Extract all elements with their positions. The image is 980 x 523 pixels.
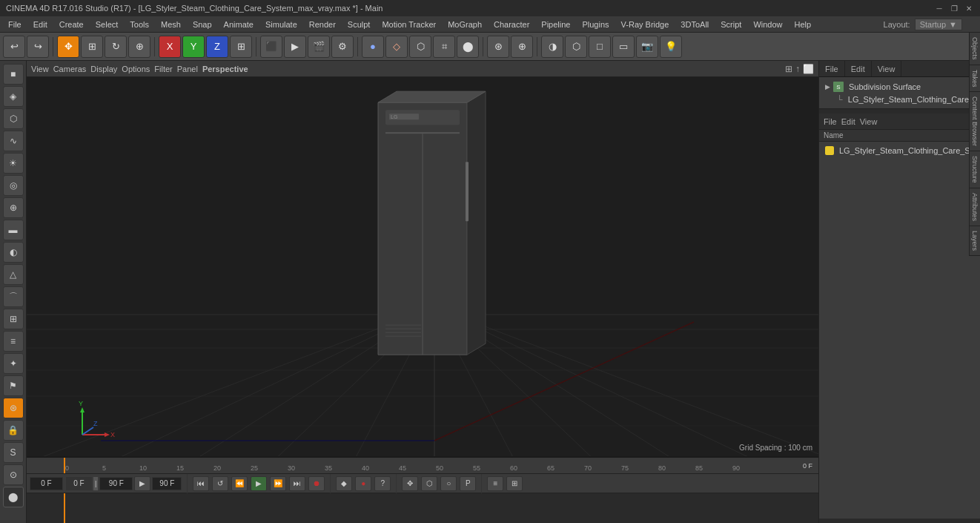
prev-frame-button[interactable]: ⏪ [231, 476, 248, 491]
viewport[interactable]: LG X [27, 77, 818, 456]
menu-create[interactable]: Create [54, 19, 89, 30]
viewport-icon1[interactable]: ⊞ [785, 64, 792, 74]
options-menu[interactable]: Options [122, 65, 150, 73]
tool-cube[interactable]: ■ [3, 64, 24, 85]
cameras-menu[interactable]: Cameras [53, 65, 87, 73]
tool-s[interactable]: S [3, 442, 24, 463]
timeline-view-button[interactable]: ≡ [487, 476, 503, 491]
tool-brush[interactable]: ⊙ [3, 464, 24, 485]
move-tool-button[interactable]: ✥ [57, 36, 79, 58]
z-axis-button[interactable]: Z [206, 36, 228, 58]
menu-vray[interactable]: V-Ray Bridge [616, 19, 675, 30]
vtab-layers[interactable]: Layers [969, 226, 980, 256]
panel-menu[interactable]: Panel [177, 65, 198, 73]
render-region-button[interactable]: ⬛ [260, 36, 282, 58]
go-start-button[interactable]: ⏮ [193, 476, 209, 491]
start-frame-input[interactable] [66, 477, 92, 490]
vtab-structure[interactable]: Structure [969, 151, 980, 188]
tool-floor[interactable]: ▬ [3, 220, 24, 240]
display-shaded-button[interactable]: ◑ [541, 36, 563, 58]
floor-button[interactable]: ▭ [612, 36, 635, 58]
menu-pipeline[interactable]: Pipeline [536, 19, 575, 30]
uvw-mode-button[interactable]: ⌗ [433, 36, 455, 58]
undo-button[interactable]: ↩ [3, 36, 25, 58]
scale-tool-button[interactable]: ⊞ [81, 36, 103, 58]
tool-sky[interactable]: ◐ [3, 242, 24, 263]
points-mode-button[interactable]: ● [362, 36, 384, 58]
loop-button[interactable]: ↺ [212, 476, 228, 491]
autokey-button[interactable]: ● [355, 476, 371, 491]
menu-edit[interactable]: Edit [28, 19, 53, 30]
rotate-tool-button[interactable]: ↻ [105, 36, 127, 58]
menu-help[interactable]: Help [789, 19, 817, 30]
tab-view[interactable]: View [872, 61, 902, 76]
menu-snap[interactable]: Snap [188, 19, 217, 30]
snap-settings-button[interactable]: ⊕ [511, 36, 533, 58]
transform-button[interactable]: ⊕ [128, 36, 150, 58]
object-tree-item[interactable]: LG_Styler_Steam_Clothing_Care_S [822, 145, 977, 157]
tool-subdiv[interactable]: ◈ [3, 86, 24, 107]
tool-joint[interactable]: ✦ [3, 353, 24, 374]
play-button[interactable]: ▶ [251, 476, 267, 491]
x-axis-button[interactable]: X [159, 36, 181, 58]
display-wire-button[interactable]: ⬡ [565, 36, 587, 58]
menu-tools[interactable]: Tools [125, 19, 154, 30]
close-button[interactable]: ✕ [964, 3, 974, 13]
menu-3dtoall[interactable]: 3DToAll [675, 19, 714, 30]
motion-button[interactable]: ○ [440, 476, 457, 491]
menu-animate[interactable]: Animate [219, 19, 259, 30]
sub-file-btn[interactable]: File [824, 117, 837, 126]
layer-button[interactable]: ⬡ [421, 476, 437, 491]
tool-align[interactable]: ≡ [3, 331, 24, 352]
restore-button[interactable]: ❐ [949, 3, 959, 13]
tool-prim[interactable]: △ [3, 264, 24, 285]
vtab-takes[interactable]: Takes [969, 65, 980, 93]
sub-view-btn[interactable]: View [860, 117, 878, 126]
menu-plugins[interactable]: Plugins [577, 19, 614, 30]
display-menu[interactable]: Display [90, 65, 117, 73]
tool-bend[interactable]: ⌒ [3, 286, 24, 307]
track-button[interactable]: ✥ [402, 476, 418, 491]
light-button[interactable]: 💡 [660, 36, 682, 58]
view-menu[interactable]: View [31, 65, 49, 73]
minimize-button[interactable]: ─ [934, 3, 944, 13]
tool-lock[interactable]: 🔒 [3, 420, 24, 441]
tool-cam[interactable]: ◎ [3, 175, 24, 196]
tool-light[interactable]: ☀ [3, 153, 24, 174]
frame-playback-input[interactable] [99, 477, 133, 490]
edges-mode-button[interactable]: ◇ [385, 36, 408, 58]
viewport-icon3[interactable]: ⬜ [803, 64, 814, 74]
tool-null[interactable]: ⊕ [3, 197, 24, 218]
set-range-button[interactable]: ▶ [134, 476, 150, 491]
pose-button[interactable]: P [460, 476, 476, 491]
sub-edit-btn[interactable]: Edit [841, 117, 855, 126]
object-name-item[interactable]: └ LG_Styler_Steam_Clothing_Care_ [822, 93, 977, 105]
tab-objects[interactable]: File [819, 61, 845, 76]
camera-button[interactable]: 📷 [636, 36, 658, 58]
record-button[interactable]: ⏺ [308, 476, 325, 491]
render-to-picture-button[interactable]: ▶ [284, 36, 306, 58]
menu-motion-tracker[interactable]: Motion Tracker [377, 19, 441, 30]
all-axis-button[interactable]: ⊞ [230, 36, 252, 58]
y-axis-button[interactable]: Y [182, 36, 205, 58]
menu-sculpt[interactable]: Sculpt [342, 19, 376, 30]
go-end-button[interactable]: ⏭ [289, 476, 305, 491]
snap-button[interactable]: ⊛ [487, 36, 509, 58]
tool-cloth[interactable]: ⬤ [3, 487, 24, 507]
timeline-track[interactable] [27, 493, 818, 523]
menu-script[interactable]: Script [715, 19, 746, 30]
viewport-icon2[interactable]: ↑ [795, 64, 800, 74]
menu-mesh[interactable]: Mesh [156, 19, 186, 30]
render-settings-button[interactable]: ⚙ [331, 36, 354, 58]
layout-dropdown[interactable]: Startup ▼ [915, 19, 962, 30]
tab-edit[interactable]: Edit [845, 61, 872, 76]
polygons-mode-button[interactable]: ⬡ [409, 36, 431, 58]
tool-spline[interactable]: ∿ [3, 131, 24, 151]
display-box-button[interactable]: □ [589, 36, 611, 58]
texture-mode-button[interactable]: ⬤ [457, 36, 479, 58]
menu-character[interactable]: Character [489, 19, 534, 30]
vtab-attributes[interactable]: Attributes [969, 188, 980, 226]
menu-file[interactable]: File [3, 19, 27, 30]
menu-window[interactable]: Window [748, 19, 787, 30]
redo-button[interactable]: ↪ [27, 36, 49, 58]
